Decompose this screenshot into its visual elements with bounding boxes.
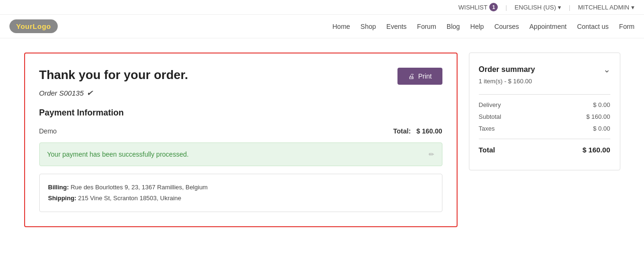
nav-form[interactable]: Form: [619, 23, 635, 30]
order-header: Thank you for your order. 🖨 Print: [39, 68, 442, 85]
nav-events[interactable]: Events: [387, 23, 407, 30]
language-label: ENGLISH (US): [515, 4, 556, 11]
order-id: Order S00135 ✔: [39, 89, 442, 97]
summary-title: Order summary: [479, 65, 535, 74]
verified-icon: ✔: [87, 89, 93, 97]
order-id-text: Order S00135: [39, 89, 84, 97]
print-label: Print: [418, 72, 432, 80]
summary-taxes-row: Taxes $ 0.00: [479, 125, 610, 132]
billing-row: Billing: Rue des Bourlottes 9, 23, 1367 …: [48, 182, 433, 193]
subtotal-label: Subtotal: [479, 113, 502, 120]
payment-row: Demo Total: $ 160.00: [39, 127, 442, 135]
total-label: Total: [479, 146, 495, 154]
wishlist-label: WISHLIST: [459, 4, 487, 11]
taxes-label: Taxes: [479, 125, 495, 132]
logo[interactable]: YourLogo: [9, 19, 58, 33]
order-summary: Order summary ⌄ 1 item(s) - $ 160.00 Del…: [469, 53, 620, 170]
taxes-value: $ 0.00: [593, 125, 610, 132]
wishlist-badge: 1: [489, 3, 498, 11]
payment-info-title: Payment Information: [39, 108, 442, 118]
total-value: $ 160.00: [582, 146, 610, 154]
printer-icon: 🖨: [408, 72, 415, 80]
divider-1: |: [505, 4, 507, 11]
nav-appointment[interactable]: Appointment: [529, 23, 567, 30]
delivery-label: Delivery: [479, 101, 501, 108]
total-label: Total:: [393, 127, 411, 135]
nav-shop[interactable]: Shop: [361, 23, 376, 30]
user-arrow: ▾: [631, 4, 635, 11]
header: YourLogo Home Shop Events Forum Blog Hel…: [0, 15, 644, 38]
order-confirmation-box: Thank you for your order. 🖨 Print Order …: [24, 53, 458, 227]
nav-blog[interactable]: Blog: [447, 23, 460, 30]
payment-total-group: Total: $ 160.00: [393, 127, 442, 135]
divider-2: |: [569, 4, 570, 11]
summary-total-row: Total $ 160.00: [479, 146, 610, 154]
logo-text: YourLogo: [16, 22, 51, 30]
subtotal-value: $ 160.00: [586, 113, 610, 120]
summary-header: Order summary ⌄: [479, 64, 610, 75]
language-arrow: ▾: [558, 4, 561, 11]
nav-home[interactable]: Home: [332, 23, 350, 30]
success-banner: Your payment has been successfully proce…: [39, 142, 442, 166]
total-amount: $ 160.00: [416, 127, 442, 135]
language-selector[interactable]: ENGLISH (US) ▾: [515, 4, 561, 11]
summary-items-count: 1 item(s) - $ 160.00: [479, 78, 610, 85]
billing-label: Billing:: [48, 184, 69, 191]
payment-method: Demo: [39, 127, 57, 135]
wishlist-nav[interactable]: WISHLIST 1: [459, 3, 498, 11]
delivery-value: $ 0.00: [593, 101, 610, 108]
summary-delivery-row: Delivery $ 0.00: [479, 101, 610, 108]
billing-address: Rue des Bourlottes 9, 23, 1367 Ramillies…: [71, 184, 208, 191]
chevron-down-icon[interactable]: ⌄: [603, 64, 610, 75]
order-title: Thank you for your order.: [39, 68, 188, 82]
user-menu[interactable]: MITCHELL ADMIN ▾: [578, 4, 635, 11]
address-box: Billing: Rue des Bourlottes 9, 23, 1367 …: [39, 174, 442, 212]
shipping-address: 215 Vine St, Scranton 18503, Ukraine: [78, 195, 181, 202]
summary-divider-2: [479, 139, 610, 139]
shipping-row: Shipping: 215 Vine St, Scranton 18503, U…: [48, 193, 433, 204]
user-label: MITCHELL ADMIN: [578, 4, 629, 11]
main-nav: Home Shop Events Forum Blog Help Courses…: [332, 23, 635, 30]
summary-subtotal-row: Subtotal $ 160.00: [479, 113, 610, 120]
main-content: Thank you for your order. 🖨 Print Order …: [15, 38, 630, 241]
edit-icon[interactable]: ✏: [429, 151, 434, 158]
print-button[interactable]: 🖨 Print: [397, 68, 442, 85]
shipping-label: Shipping:: [48, 195, 77, 202]
nav-courses[interactable]: Courses: [494, 23, 519, 30]
success-message: Your payment has been successfully proce…: [47, 151, 189, 158]
nav-contact[interactable]: Contact us: [577, 23, 609, 30]
nav-help[interactable]: Help: [470, 23, 484, 30]
top-bar: WISHLIST 1 | ENGLISH (US) ▾ | MITCHELL A…: [0, 0, 644, 15]
nav-forum[interactable]: Forum: [417, 23, 436, 30]
summary-divider-1: [479, 94, 610, 95]
